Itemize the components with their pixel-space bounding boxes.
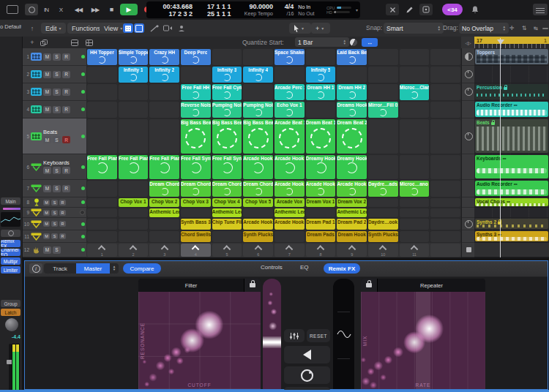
global-tracks-button[interactable] <box>70 38 80 47</box>
region[interactable]: Vocal Chops∞ <box>475 198 548 206</box>
loop-cell[interactable]: Arcade Hook 1 <box>243 219 273 230</box>
gater-vertical-slider[interactable] <box>333 279 354 389</box>
pan-knob[interactable] <box>5 318 18 331</box>
loop-cell[interactable]: Synth Plucks <box>243 231 273 242</box>
colors-icon[interactable] <box>25 4 38 15</box>
loop-cell[interactable]: Free Fall Piano <box>149 155 179 179</box>
scene-trigger[interactable]: 11 <box>400 244 430 257</box>
arrangement-ruler[interactable]: 171 <box>474 37 549 49</box>
info-icon[interactable]: i <box>29 263 42 274</box>
loop-cell[interactable]: Anthemic Lead <box>212 208 242 217</box>
loop-cell[interactable]: Mirror…Fill 01 <box>368 102 398 118</box>
grid-stop-button[interactable] <box>466 247 471 252</box>
track-header[interactable]: 12MS <box>23 243 87 257</box>
region[interactable]: Synths 2 <box>475 219 548 229</box>
duplicate-track-button[interactable] <box>39 38 49 47</box>
performer-icon[interactable] <box>176 23 187 33</box>
loop-cell[interactable]: Infinity 3 <box>212 67 242 83</box>
loop-cell[interactable]: Dream Pad 2 <box>337 219 367 230</box>
loop-cell[interactable]: Daydre…ads 01 <box>368 181 398 197</box>
repeater-pad-area[interactable]: MIX RATE <box>361 292 485 389</box>
reset-button[interactable]: RESET <box>307 329 330 342</box>
scene-trigger[interactable]: 6 <box>243 244 273 257</box>
mute-button[interactable]: M <box>43 53 51 61</box>
loop-cell[interactable]: Infinity 4 <box>243 67 273 83</box>
input-monitor-dot[interactable] <box>80 210 85 215</box>
tab-remix-fx[interactable]: Remix FX <box>324 263 360 274</box>
channel-stepper[interactable]: ▲▼ <box>110 263 119 274</box>
loop-cell[interactable]: Chop Vox 2 <box>149 198 179 207</box>
input-monitor-dot[interactable] <box>81 55 85 59</box>
region[interactable]: Audio Recorder∞ <box>475 181 548 196</box>
loop-cell[interactable]: Arcade Hook 1 <box>243 155 273 179</box>
loop-cell[interactable]: Dream Vox 1 <box>306 198 336 207</box>
scene-trigger[interactable]: 10 <box>368 244 398 257</box>
track-header[interactable]: 9MSR <box>23 208 87 218</box>
input-monitor-dot[interactable] <box>81 90 85 94</box>
record-enable-button[interactable]: R <box>62 71 70 78</box>
record-enable-button[interactable]: R <box>62 167 70 174</box>
midi-capture-icon[interactable] <box>162 23 173 33</box>
filter-pad-area[interactable]: RESONANCE CUTOFF <box>138 292 261 389</box>
tab-controls[interactable]: Controls <box>261 264 283 271</box>
solo-button[interactable]: S <box>51 200 58 206</box>
scene-trigger[interactable]: 3 <box>149 244 179 257</box>
track-header[interactable]: 3MSR <box>23 83 87 101</box>
key-commands-icon[interactable] <box>419 4 433 15</box>
stop-button[interactable]: ■ <box>105 4 118 15</box>
input-monitor-dot[interactable] <box>81 248 85 252</box>
input-monitor-icon[interactable]: IN <box>40 4 53 15</box>
loop-cell[interactable]: Dream Beat 2 <box>337 119 367 154</box>
track-header[interactable]: 6KeyboardsMSR <box>23 154 87 180</box>
close-box-icon[interactable] <box>386 4 399 15</box>
input-monitor-dot[interactable] <box>81 72 85 76</box>
loop-cell[interactable]: Arcade Hook 1 <box>274 181 305 197</box>
input-monitor-dot[interactable] <box>81 235 85 238</box>
region[interactable]: Audio Recorder∞ <box>475 102 548 117</box>
mute-button[interactable]: M <box>43 185 51 192</box>
loop-cell[interactable]: Free Fall Piano <box>119 155 149 179</box>
patch-cable-icon[interactable] <box>149 23 160 33</box>
loop-cell[interactable]: Laid Back Bells <box>337 49 367 65</box>
input-monitor-dot[interactable] <box>81 165 85 169</box>
tab-eq[interactable]: EQ <box>300 264 309 271</box>
loop-cell[interactable]: Chop Vox 1 <box>119 198 149 207</box>
loop-cell[interactable]: Synth Plucks <box>368 231 398 242</box>
loop-cell[interactable]: Dream Chord 1 <box>149 181 179 197</box>
mute-button[interactable]: M <box>43 221 50 227</box>
snap-dropdown[interactable]: Smart▲▼ <box>384 23 444 34</box>
record-enable-button[interactable]: R <box>59 221 66 227</box>
loop-cell[interactable]: Echo Vox 1 <box>274 102 305 118</box>
loop-cell[interactable]: Dreamy Hook 1 <box>306 155 336 179</box>
loop-cell[interactable]: Simple Topper <box>119 49 149 65</box>
loop-cell[interactable]: Microc…Clank <box>400 84 430 100</box>
region[interactable]: Percussion <box>475 84 548 99</box>
horizontal-zoom-icon[interactable]: ↹ <box>530 23 542 33</box>
loop-cell[interactable]: Pumping Noise <box>212 102 242 118</box>
region[interactable]: Beats <box>475 119 548 153</box>
eq-thumbnail[interactable] <box>1 212 20 227</box>
quantize-start-dropdown[interactable]: 1 Bar▲▼ <box>295 37 349 47</box>
pencil-icon[interactable] <box>403 4 416 15</box>
scene-trigger[interactable]: 8 <box>306 244 336 257</box>
loop-cell[interactable]: Chop Vox 5 <box>243 198 273 207</box>
lcd-display[interactable]: 00:43.668 17 2 3 2 17 1 1 1 25 1 1 1 90.… <box>146 1 360 18</box>
record-enable-button[interactable]: R <box>59 233 66 239</box>
loop-cell[interactable]: Chop Vox 3 <box>181 198 211 207</box>
grid-view-button[interactable] <box>123 23 133 33</box>
group-button[interactable]: Group <box>1 300 20 307</box>
loop-cell[interactable]: Big Bass Beat 1 <box>181 119 211 154</box>
loop-cell[interactable]: Dream Pads <box>306 231 336 242</box>
loop-cell[interactable]: Big Bass Beat 2 <box>212 119 242 154</box>
flex-icon[interactable]: X <box>54 4 67 15</box>
track-header[interactable]: 5BeatsMSR <box>23 118 87 154</box>
toolbar-toggle-icon[interactable] <box>5 4 20 15</box>
solo-button[interactable]: S <box>53 136 61 143</box>
play-button[interactable]: ▶ <box>120 4 138 15</box>
mute-button[interactable]: M <box>43 246 51 254</box>
loop-cell[interactable]: Microc…ano 03 <box>400 181 430 197</box>
loop-cell[interactable]: Arcade Hook 2 <box>274 155 305 179</box>
loop-cell[interactable]: Crazy HH <box>149 49 179 65</box>
solo-button[interactable]: S <box>53 53 61 61</box>
playhead-handle[interactable] <box>497 39 504 45</box>
